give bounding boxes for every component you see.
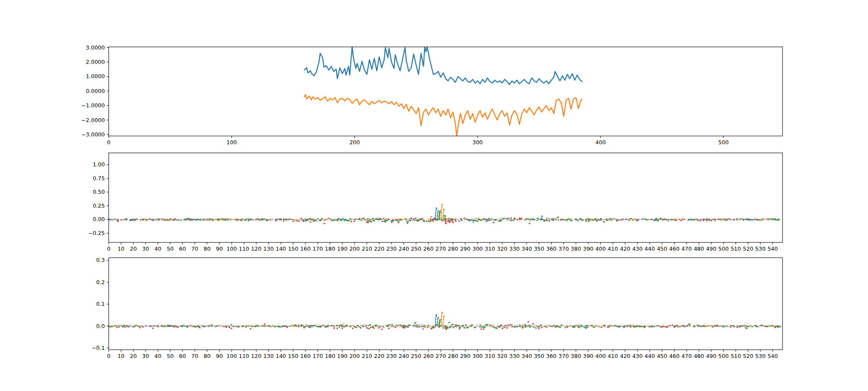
y-tick-label: −2.0000 xyxy=(81,117,105,123)
x-tick-label: 100 xyxy=(227,139,237,146)
x-tick-label: 150 xyxy=(288,353,299,359)
x-tick-label: 50 xyxy=(167,353,174,359)
x-tick-label: 230 xyxy=(386,353,397,359)
x-tick-label: 480 xyxy=(694,245,704,252)
spike-orange xyxy=(441,205,442,219)
y-tick-label: −3.0000 xyxy=(81,131,105,138)
x-tick-label: 440 xyxy=(644,353,655,359)
x-tick-label: 90 xyxy=(216,245,223,252)
y-tick-label: 0.25 xyxy=(93,202,105,209)
x-tick-label: 200 xyxy=(349,353,360,359)
x-tick-label: 400 xyxy=(595,353,606,359)
x-tick-label: 180 xyxy=(325,353,335,359)
matplotlib-figure: 01002003004005003.00002.00001.00000.0000… xyxy=(0,0,868,391)
plot-area-1 xyxy=(304,47,582,136)
x-tick-label: 20 xyxy=(130,245,137,252)
x-tick-label: 390 xyxy=(583,245,593,252)
x-tick-label: 490 xyxy=(706,353,717,359)
x-tick-label: 310 xyxy=(485,353,495,359)
spike-orange xyxy=(441,312,442,326)
x-tick-label: 210 xyxy=(362,245,372,252)
x-tick-label: 40 xyxy=(155,353,161,359)
x-tick-label: 160 xyxy=(300,245,311,252)
x-tick-label: 220 xyxy=(374,245,385,252)
y-tick-label: 0.50 xyxy=(93,189,105,195)
x-tick-label: 370 xyxy=(559,353,569,359)
x-tick-label: 450 xyxy=(657,245,667,252)
x-tick-label: 260 xyxy=(423,353,434,359)
x-tick-label: 80 xyxy=(204,245,210,252)
x-tick-label: 270 xyxy=(435,353,446,359)
x-tick-label: 10 xyxy=(118,245,125,252)
x-tick-label: 510 xyxy=(730,245,741,252)
x-tick-label: 170 xyxy=(312,353,323,359)
x-tick-label: 300 xyxy=(472,139,483,146)
x-tick-label: 370 xyxy=(559,245,569,252)
x-tick-label: 260 xyxy=(423,245,434,252)
x-axis-1: 0100200300400500 xyxy=(107,136,729,146)
x-tick-label: 0 xyxy=(107,139,111,146)
x-tick-label: 320 xyxy=(497,353,507,359)
x-tick-label: 330 xyxy=(509,245,519,252)
x-tick-label: 270 xyxy=(435,245,446,252)
x-tick-label: 530 xyxy=(755,353,766,359)
spike-cluster xyxy=(342,311,447,330)
x-tick-label: 190 xyxy=(337,245,348,252)
x-tick-label: 200 xyxy=(349,245,360,252)
y-tick-label: 3.0000 xyxy=(86,44,105,51)
x-tick-label: 420 xyxy=(620,353,630,359)
x-tick-label: 50 xyxy=(167,245,174,252)
y-tick-label: −1.0000 xyxy=(81,102,105,109)
y-tick-label: 0.2 xyxy=(96,279,105,285)
x-tick-label: 500 xyxy=(718,245,729,252)
x-tick-label: 230 xyxy=(386,245,397,252)
axes-spines-2 xyxy=(109,153,783,242)
x-tick-label: 160 xyxy=(300,353,311,359)
spike-blue xyxy=(437,211,438,220)
subplot-1: 01002003004005003.00002.00001.00000.0000… xyxy=(81,44,783,146)
y-tick-label: −0.25 xyxy=(88,230,105,236)
x-tick-label: 130 xyxy=(263,245,274,252)
x-tick-label: 300 xyxy=(472,353,483,359)
x-tick-label: 400 xyxy=(595,245,606,252)
x-axis-3: 0102030405060708090100110120130140150160… xyxy=(107,350,778,359)
y-tick-label: 0.75 xyxy=(93,175,105,182)
x-tick-label: 110 xyxy=(239,353,249,359)
y-tick-label: 0.0 xyxy=(96,323,105,329)
y-tick-label: 0.1 xyxy=(96,301,105,307)
x-tick-label: 470 xyxy=(681,353,692,359)
x-tick-label: 30 xyxy=(142,353,149,359)
y-tick-label: 0.0000 xyxy=(86,88,105,94)
series-orange-line xyxy=(304,95,582,136)
y-tick-label: 2.0000 xyxy=(86,59,105,65)
x-tick-label: 350 xyxy=(534,353,544,359)
x-tick-label: 100 xyxy=(227,353,237,359)
x-tick-label: 40 xyxy=(155,245,161,252)
x-tick-label: 80 xyxy=(204,353,210,359)
x-tick-label: 440 xyxy=(644,245,655,252)
x-tick-label: 540 xyxy=(767,353,778,359)
x-tick-label: 250 xyxy=(411,245,421,252)
y-tick-label: 0.3 xyxy=(96,257,105,263)
x-tick-label: 350 xyxy=(534,245,544,252)
x-tick-label: 170 xyxy=(312,245,323,252)
x-tick-label: 220 xyxy=(374,353,385,359)
x-tick-label: 240 xyxy=(398,245,409,252)
x-tick-label: 190 xyxy=(337,353,348,359)
noise-series-red-dot xyxy=(108,321,780,330)
x-tick-label: 310 xyxy=(485,245,495,252)
x-tick-label: 20 xyxy=(130,353,137,359)
x-tick-label: 520 xyxy=(743,353,753,359)
x-tick-label: 120 xyxy=(251,245,262,252)
y-axis-1: 3.00002.00001.00000.0000−1.0000−2.0000−3… xyxy=(81,44,108,138)
x-tick-label: 390 xyxy=(583,353,593,359)
spike-orange xyxy=(443,316,444,326)
x-tick-label: 460 xyxy=(669,353,680,359)
x-tick-label: 100 xyxy=(227,245,237,252)
y-axis-2: 1.000.750.500.250.00−0.25 xyxy=(88,161,108,236)
plot-area-2 xyxy=(108,204,779,224)
x-tick-label: 0 xyxy=(107,245,111,252)
x-tick-label: 280 xyxy=(448,353,458,359)
x-tick-label: 430 xyxy=(632,245,643,252)
plot-area-3 xyxy=(108,311,781,330)
